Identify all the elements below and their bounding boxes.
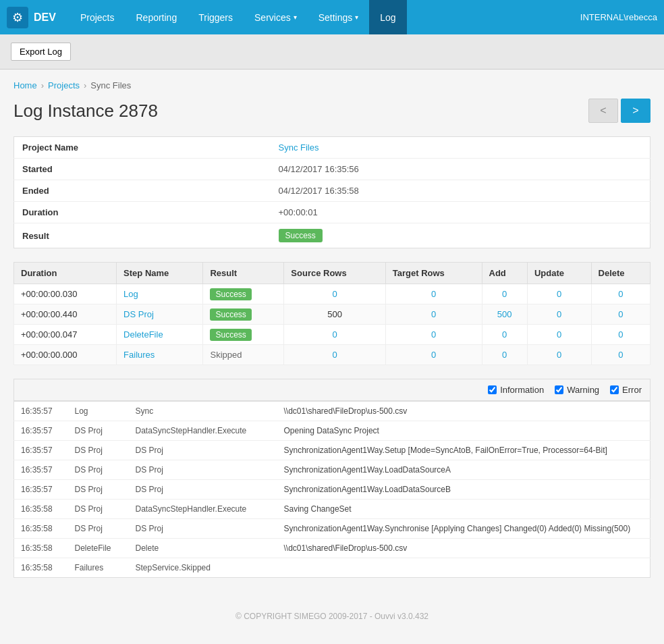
info-row-duration: Duration +00:00:01 [14, 202, 651, 223]
log-action: DS Proj [129, 480, 277, 500]
filter-information: Information [488, 385, 544, 395]
step-result: Skipped [203, 345, 284, 365]
log-message: \\dc01\shared\FileDrop\us-500.csv [277, 402, 651, 421]
step-update: 0 [527, 304, 591, 325]
services-dropdown-icon: ▾ [294, 14, 297, 21]
result-badge: Success [279, 229, 323, 242]
nav-triggers[interactable]: Triggers [188, 0, 244, 34]
duration-label: Duration [14, 202, 271, 223]
step-duration: +00:00:00.000 [14, 345, 117, 365]
step-name: Failures [117, 345, 203, 365]
nav-projects[interactable]: Projects [70, 0, 126, 34]
step-duration: +00:00:00.047 [14, 325, 117, 345]
info-table: Project Name Sync Files Started 04/12/20… [13, 136, 651, 248]
breadcrumb-current: Sync Files [90, 80, 131, 90]
log-component: Failures [68, 558, 129, 578]
step-update: 0 [527, 284, 591, 304]
export-log-button[interactable]: Export Log [11, 43, 71, 61]
step-update: 0 [527, 325, 591, 345]
col-update: Update [527, 263, 591, 284]
nav-log[interactable]: Log [369, 0, 406, 34]
log-message: SynchronizationAgent1Way.Setup [Mode=Syn… [277, 441, 651, 460]
step-add: 500 [482, 304, 527, 325]
step-add: 0 [482, 325, 527, 345]
list-item: 16:35:58 Failures StepService.Skipped [14, 558, 651, 578]
log-component: DeleteFile [68, 539, 129, 558]
breadcrumb: Home › Projects › Sync Files [13, 80, 651, 90]
log-message: SynchronizationAgent1Way.LoadDataSourceB [277, 480, 651, 500]
list-item: 16:35:58 DS Proj DataSyncStepHandler.Exe… [14, 500, 651, 519]
step-add: 0 [482, 345, 527, 365]
step-duration: +00:00:00.030 [14, 284, 117, 304]
settings-dropdown-icon: ▾ [355, 14, 358, 21]
log-component: DS Proj [68, 480, 129, 500]
nav-reporting[interactable]: Reporting [125, 0, 188, 34]
log-component: DS Proj [68, 519, 129, 539]
nav-settings[interactable]: Settings ▾ [308, 0, 370, 34]
filter-error-checkbox[interactable] [610, 385, 619, 394]
step-result: Success [203, 325, 284, 345]
brand: ⚙ DEV [7, 7, 56, 28]
page-title: Log Instance 2878 [13, 101, 158, 122]
table-row: +00:00:00.440 DS Proj Success 500 0 500 … [14, 304, 651, 325]
log-component: DS Proj [68, 441, 129, 460]
log-component: DS Proj [68, 460, 129, 480]
step-target-rows: 0 [385, 325, 482, 345]
step-name: DS Proj [117, 304, 203, 325]
step-target-rows: 0 [385, 304, 482, 325]
col-target-rows: Target Rows [385, 263, 482, 284]
log-time: 16:35:57 [14, 460, 68, 480]
log-action: DataSyncStepHandler.Execute [129, 421, 277, 441]
table-row: +00:00:00.030 Log Success 0 0 0 0 0 [14, 284, 651, 304]
log-time: 16:35:58 [14, 539, 68, 558]
log-time: 16:35:58 [14, 558, 68, 578]
log-message: Saving ChangeSet [277, 500, 651, 519]
step-add: 0 [482, 284, 527, 304]
project-name-value[interactable]: Sync Files [279, 142, 319, 153]
log-time: 16:35:57 [14, 421, 68, 441]
col-duration: Duration [14, 263, 117, 284]
log-action: DataSyncStepHandler.Execute [129, 500, 277, 519]
page-header: Log Instance 2878 < > [13, 99, 651, 123]
main-content: Home › Projects › Sync Files Log Instanc… [0, 70, 664, 644]
navbar: ⚙ DEV Projects Reporting Triggers Servic… [0, 0, 664, 34]
duration-value: +00:00:01 [271, 202, 651, 223]
log-time: 16:35:58 [14, 519, 68, 539]
prev-button[interactable]: < [588, 99, 618, 123]
step-source-rows: 0 [284, 325, 385, 345]
filter-error: Error [610, 385, 642, 395]
log-time: 16:35:57 [14, 441, 68, 460]
filter-warning-checkbox[interactable] [555, 385, 563, 394]
breadcrumb-projects[interactable]: Projects [48, 80, 80, 90]
list-item: 16:35:57 DS Proj DS Proj Synchronization… [14, 480, 651, 500]
breadcrumb-sep-1: › [41, 80, 44, 90]
user-label: INTERNAL\rebecca [580, 12, 657, 22]
toolbar: Export Log [0, 34, 664, 70]
step-target-rows: 0 [385, 284, 482, 304]
step-delete: 0 [591, 325, 650, 345]
app-name: DEV [34, 11, 56, 24]
nav-menu: Projects Reporting Triggers Services ▾ S… [70, 0, 580, 34]
step-result: Success [203, 304, 284, 325]
log-message: SynchronizationAgent1Way.Synchronise [Ap… [277, 519, 651, 539]
step-result: Success [203, 284, 284, 304]
step-source-rows: 500 [284, 304, 385, 325]
step-target-rows: 0 [385, 345, 482, 365]
next-button[interactable]: > [621, 99, 651, 123]
log-time: 16:35:58 [14, 500, 68, 519]
ended-label: Ended [14, 180, 271, 202]
log-time: 16:35:57 [14, 480, 68, 500]
list-item: 16:35:58 DeleteFile Delete \\dc01\shared… [14, 539, 651, 558]
col-source-rows: Source Rows [284, 263, 385, 284]
list-item: 16:35:57 DS Proj DS Proj Synchronization… [14, 441, 651, 460]
table-row: +00:00:00.047 DeleteFile Success 0 0 0 0… [14, 325, 651, 345]
step-update: 0 [527, 345, 591, 365]
result-label: Result [14, 223, 271, 248]
step-source-rows: 0 [284, 345, 385, 365]
breadcrumb-home[interactable]: Home [13, 80, 37, 90]
col-result: Result [203, 263, 284, 284]
nav-buttons: < > [588, 99, 651, 123]
col-step-name: Step Name [117, 263, 203, 284]
nav-services[interactable]: Services ▾ [244, 0, 308, 34]
filter-information-checkbox[interactable] [488, 385, 497, 394]
